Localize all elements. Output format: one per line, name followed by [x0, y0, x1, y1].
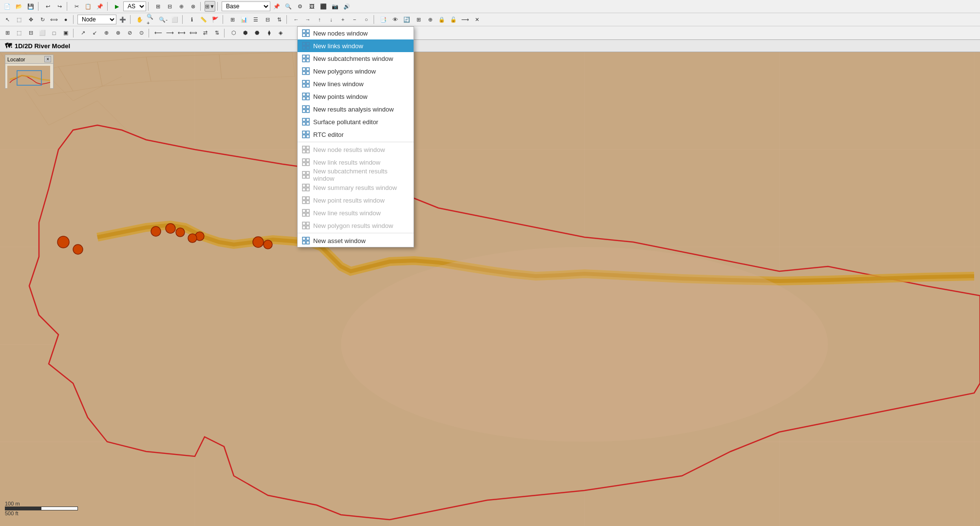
extra1[interactable]: ⊞ — [2, 28, 13, 38]
base-combo[interactable]: Base — [222, 1, 270, 11]
measure-btn[interactable]: 📏 — [198, 14, 209, 25]
paste-btn[interactable]: 📌 — [94, 1, 105, 12]
open-btn[interactable]: 📂 — [14, 1, 24, 12]
menu-label-new-results-analysis-window: New results analysis window — [313, 106, 394, 113]
menu-item-surface-pollutant-editor[interactable]: Surface pollutant editor — [298, 115, 414, 128]
menu-item-new-points-window[interactable]: New points window — [298, 90, 414, 103]
zoom-in-btn[interactable]: 🔍+ — [146, 14, 157, 25]
svg-rect-66 — [306, 150, 309, 153]
chart-btn[interactable]: 📊 — [239, 14, 249, 25]
menu-item-new-lines-window[interactable]: New lines window — [298, 77, 414, 90]
zoom-out-btn[interactable]: 🔍- — [158, 14, 169, 25]
menu-item-new-links-window[interactable]: New links window — [298, 39, 414, 52]
svg-rect-61 — [302, 135, 305, 138]
hand-btn[interactable]: ✋ — [134, 14, 145, 25]
menu-item-new-asset-window[interactable]: New asset window — [298, 234, 414, 247]
extra19[interactable]: ⬡ — [228, 28, 239, 38]
base-tool2[interactable]: 🔍 — [283, 1, 294, 12]
redo-btn[interactable]: ↪ — [54, 1, 65, 12]
extra9[interactable]: ⊕ — [101, 28, 112, 38]
svg-rect-71 — [302, 171, 305, 174]
select-btn[interactable]: ↖ — [2, 14, 13, 25]
flag-btn[interactable]: 🚩 — [210, 14, 221, 25]
menu-item-rtc-editor[interactable]: RTC editor — [298, 128, 414, 141]
unlock-btn[interactable]: 🔓 — [448, 14, 459, 25]
right-btn[interactable]: → — [302, 14, 313, 25]
connect-btn[interactable]: ⟶ — [460, 14, 471, 25]
base-tool5[interactable]: ⬛ — [318, 1, 329, 12]
sep14 — [149, 29, 151, 38]
menu-icon-new-points-window — [302, 92, 310, 101]
node-combo[interactable]: Node — [77, 15, 116, 24]
base-tool3[interactable]: ⚙ — [295, 1, 305, 12]
extra22[interactable]: ⧫ — [264, 28, 274, 38]
extra12[interactable]: ⊙ — [136, 28, 147, 38]
lock-btn[interactable]: 🔒 — [436, 14, 447, 25]
save-btn[interactable]: 💾 — [25, 1, 36, 12]
list-btn[interactable]: ☰ — [250, 14, 261, 25]
windows-btn[interactable]: ⊞▼ — [205, 1, 215, 12]
table-btn[interactable]: ⊞ — [227, 14, 238, 25]
extra16[interactable]: ⟺ — [188, 28, 199, 38]
extra10[interactable]: ⊗ — [113, 28, 123, 38]
copy-btn[interactable]: 📋 — [83, 1, 94, 12]
down-btn[interactable]: ↓ — [326, 14, 337, 25]
disconnect-btn[interactable]: ✕ — [471, 14, 482, 25]
tool3[interactable]: ⊕ — [176, 1, 187, 12]
extra18[interactable]: ⇅ — [211, 28, 222, 38]
extra8[interactable]: ↙ — [89, 28, 100, 38]
extra21[interactable]: ⬣ — [252, 28, 263, 38]
menu-item-new-polygons-window[interactable]: New polygons window — [298, 65, 414, 77]
extra5[interactable]: □ — [49, 28, 59, 38]
extra13[interactable]: ⟵ — [153, 28, 164, 38]
select2-btn[interactable]: ⬚ — [14, 14, 24, 25]
plus-btn[interactable]: + — [338, 14, 348, 25]
new-btn[interactable]: 📄 — [2, 1, 13, 12]
extra3[interactable]: ⊟ — [25, 28, 36, 38]
locator-panel: Locator × — [5, 55, 54, 89]
extra7[interactable]: ↗ — [77, 28, 88, 38]
extra2[interactable]: ⬚ — [14, 28, 24, 38]
eye-btn[interactable]: 👁 — [390, 14, 400, 25]
cut-btn[interactable]: ✂ — [71, 1, 82, 12]
menu-item-new-results-analysis-window[interactable]: New results analysis window — [298, 103, 414, 115]
extra14[interactable]: ⟶ — [165, 28, 175, 38]
refresh-btn[interactable]: 🔄 — [401, 14, 412, 25]
base-tool1[interactable]: 📌 — [271, 1, 282, 12]
extra6[interactable]: ▣ — [60, 28, 71, 38]
grid-btn[interactable]: ⊞ — [413, 14, 424, 25]
filter-btn[interactable]: ⊟ — [262, 14, 273, 25]
left-btn[interactable]: ← — [291, 14, 302, 25]
mode-combo[interactable]: AS — [123, 1, 146, 11]
mirror-btn[interactable]: ⟺ — [49, 14, 59, 25]
menu-item-new-subcatchments-window[interactable]: New subcatchments window — [298, 52, 414, 65]
add-node-btn[interactable]: ➕ — [117, 14, 128, 25]
sort-btn[interactable]: ⇅ — [274, 14, 284, 25]
up-btn[interactable]: ↑ — [314, 14, 325, 25]
tool1[interactable]: ⊞ — [152, 1, 163, 12]
circle-btn[interactable]: ○ — [361, 14, 372, 25]
zoom-extent-btn[interactable]: ⬜ — [170, 14, 180, 25]
extra11[interactable]: ⊘ — [124, 28, 135, 38]
menu-item-new-nodes-window[interactable]: New nodes window — [298, 27, 414, 39]
minus-btn[interactable]: − — [349, 14, 360, 25]
extra4[interactable]: ⬜ — [37, 28, 48, 38]
snap-btn[interactable]: ⊕ — [425, 14, 435, 25]
extra20[interactable]: ⬢ — [240, 28, 251, 38]
base-tool7[interactable]: 🔊 — [341, 1, 352, 12]
tool2[interactable]: ⊟ — [164, 1, 175, 12]
undo-btn[interactable]: ↩ — [42, 1, 53, 12]
run-btn[interactable]: ▶ — [112, 1, 122, 12]
extra17[interactable]: ⇄ — [200, 28, 210, 38]
move-btn[interactable]: ✥ — [25, 14, 36, 25]
extra15[interactable]: ⟷ — [176, 28, 187, 38]
info-btn[interactable]: ℹ — [187, 14, 197, 25]
extra23[interactable]: ◈ — [275, 28, 286, 38]
rotate-btn[interactable]: ↻ — [37, 14, 48, 25]
base-tool6[interactable]: 📷 — [330, 1, 340, 12]
node-btn[interactable]: ● — [60, 14, 71, 25]
locator-close-btn[interactable]: × — [44, 56, 51, 62]
tool4[interactable]: ⊗ — [188, 1, 198, 12]
base-tool4[interactable]: 🖼 — [306, 1, 317, 12]
layer-btn[interactable]: 📑 — [378, 14, 389, 25]
